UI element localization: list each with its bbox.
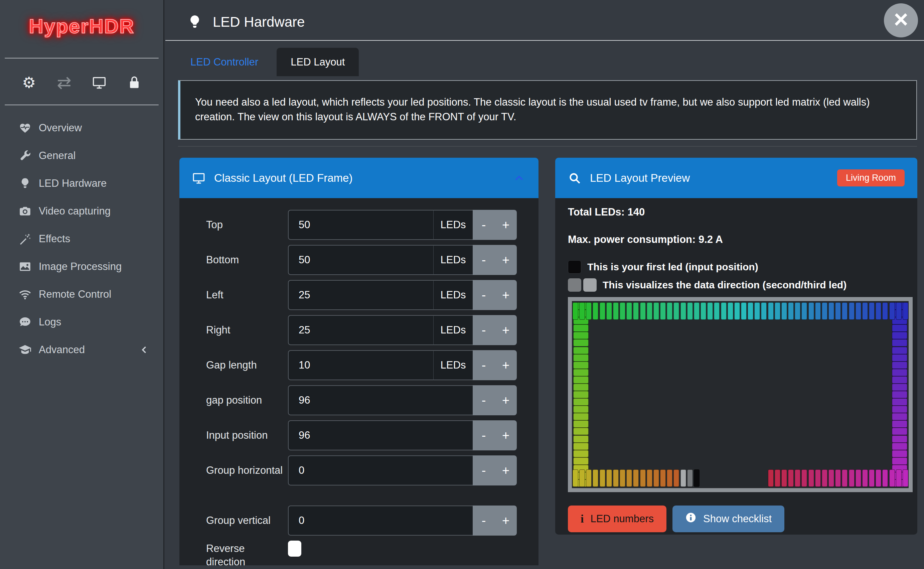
input-bottom[interactable]: 50 <box>288 245 433 275</box>
swap-icon[interactable]: ⇄ <box>55 74 73 91</box>
input-left[interactable]: 25 <box>288 280 433 310</box>
input-group-vertical[interactable]: 0 <box>288 505 473 536</box>
led <box>573 443 589 450</box>
field-label-reverse-direction: Reverse direction <box>206 542 288 565</box>
field-gap-position: 96-+ <box>288 385 517 415</box>
led <box>586 469 592 487</box>
chevron-up-icon[interactable] <box>512 171 526 185</box>
led <box>892 332 907 339</box>
input-gap-position[interactable]: 96 <box>288 385 473 415</box>
stepper-bottom: -+ <box>473 245 517 275</box>
led <box>573 420 589 428</box>
led <box>801 469 807 487</box>
increment-button[interactable]: + <box>495 280 517 310</box>
decrement-button[interactable]: - <box>473 505 495 536</box>
hyperhdr-logo: HyperHDR <box>0 15 163 38</box>
led <box>573 398 589 406</box>
led <box>754 302 760 320</box>
increment-button[interactable]: + <box>495 420 517 450</box>
sidebar-item-advanced[interactable]: Advanced <box>0 336 163 364</box>
form-row-left: Left25LEDs-+ <box>206 280 538 310</box>
third-led-swatch <box>583 278 597 292</box>
input-top[interactable]: 50 <box>288 210 433 240</box>
wand-icon <box>17 232 33 246</box>
addon-top: LEDs <box>433 210 473 240</box>
lock-icon[interactable] <box>126 74 143 91</box>
gear-icon[interactable]: ⚙ <box>20 74 38 91</box>
input-gap-length[interactable]: 10 <box>288 350 433 380</box>
led <box>875 469 881 487</box>
led <box>856 302 861 320</box>
sidebar-item-label: Effects <box>39 233 70 245</box>
sidebar-item-video-capturing[interactable]: Video capturing <box>0 197 163 225</box>
sidebar-item-overview[interactable]: Overview <box>0 114 163 141</box>
increment-button[interactable]: + <box>495 315 517 345</box>
increment-button[interactable]: + <box>495 505 517 536</box>
led-preview-panel: LED Layout Preview Living Room Total LED… <box>555 158 917 535</box>
tab-led-layout[interactable]: LED Layout <box>277 48 359 76</box>
led <box>653 469 659 487</box>
increment-button[interactable]: + <box>495 385 517 415</box>
sidebar-item-remote-control[interactable]: Remote Control <box>0 280 163 308</box>
led <box>626 469 632 487</box>
living-room-badge: Living Room <box>837 169 905 186</box>
sidebar-item-effects[interactable]: Effects <box>0 225 163 253</box>
increment-button[interactable]: + <box>495 350 517 380</box>
led <box>573 369 589 376</box>
decrement-button[interactable]: - <box>473 420 495 450</box>
sidebar-item-led-hardware[interactable]: LED Hardware <box>0 169 163 197</box>
form-row-gap-length: Gap length10LEDs-+ <box>206 350 538 380</box>
decrement-button[interactable]: - <box>473 385 495 415</box>
wrench-icon <box>17 149 33 162</box>
decrement-button[interactable]: - <box>473 350 495 380</box>
form-row-input-position: Input position96-+ <box>206 420 538 450</box>
close-icon: × <box>894 7 908 32</box>
input-group-horizontal[interactable]: 0 <box>288 455 473 485</box>
led <box>795 302 800 320</box>
info-icon: i <box>581 513 584 525</box>
led <box>892 369 907 376</box>
led <box>573 324 589 332</box>
led <box>892 339 907 347</box>
led <box>573 354 589 362</box>
field-label-right: Right <box>206 323 288 337</box>
led <box>573 339 589 347</box>
close-button[interactable]: × <box>884 3 918 37</box>
led <box>640 469 646 487</box>
tab-led-controller[interactable]: LED Controller <box>190 56 258 68</box>
sidebar-item-image-processing[interactable]: Image Processing <box>0 253 163 280</box>
input-right[interactable]: 25 <box>288 315 433 345</box>
stepper-group-vertical: -+ <box>473 505 517 536</box>
info-alert: You need also a led layout, which reflec… <box>178 80 917 140</box>
sidebar-item-logs[interactable]: Logs <box>0 308 163 336</box>
sidebar-item-general[interactable]: General <box>0 141 163 169</box>
increment-button[interactable]: + <box>495 455 517 485</box>
decrement-button[interactable]: - <box>473 315 495 345</box>
chevron-left-icon <box>139 345 149 355</box>
decrement-button[interactable]: - <box>473 210 495 240</box>
monitor-icon[interactable] <box>91 74 108 91</box>
led <box>892 428 907 435</box>
decrement-button[interactable]: - <box>473 455 495 485</box>
legend-direction-text: This visualizes the data direction (seco… <box>603 279 846 291</box>
decrement-button[interactable]: - <box>473 245 495 275</box>
classic-layout-header[interactable]: Classic Layout (LED Frame) <box>179 158 538 198</box>
addon-gap-length: LEDs <box>433 350 473 380</box>
wifi-icon <box>17 288 33 301</box>
sidebar: HyperHDR ⚙⇄ OverviewGeneralLED HardwareV… <box>0 0 164 569</box>
reverse-direction-checkbox[interactable] <box>288 541 301 557</box>
led <box>573 435 589 443</box>
decrement-button[interactable]: - <box>473 280 495 310</box>
input-input-position[interactable]: 96 <box>288 420 473 450</box>
led-numbers-button[interactable]: i LED numbers <box>568 505 666 532</box>
led <box>808 302 814 320</box>
main-content: LED Hardware × LED Controller LED Layout… <box>166 0 924 569</box>
led <box>892 398 907 406</box>
sidebar-item-label: Image Processing <box>39 261 122 272</box>
increment-button[interactable]: + <box>495 210 517 240</box>
header-divider <box>166 40 924 41</box>
increment-button[interactable]: + <box>495 245 517 275</box>
show-checklist-button[interactable]: Show checklist <box>672 505 784 532</box>
led <box>892 362 907 369</box>
led <box>633 302 639 320</box>
